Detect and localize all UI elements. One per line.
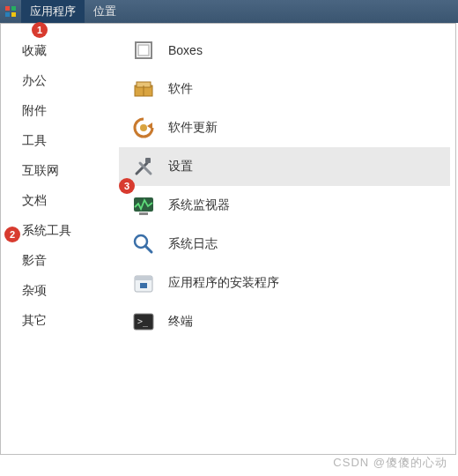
application-list: Boxes 软件 软件更新 设置 系统监视器 bbox=[114, 24, 455, 454]
category-other[interactable]: 其它 bbox=[1, 306, 114, 336]
app-label: 系统日志 bbox=[168, 236, 218, 252]
app-system-monitor[interactable]: 系统监视器 bbox=[119, 186, 450, 225]
app-label: 软件 bbox=[168, 81, 193, 97]
app-settings[interactable]: 设置 bbox=[119, 147, 450, 186]
app-system-log[interactable]: 系统日志 bbox=[119, 225, 450, 264]
category-misc[interactable]: 杂项 bbox=[1, 276, 114, 306]
app-terminal[interactable]: >_ 终端 bbox=[119, 302, 450, 341]
category-favorites[interactable]: 收藏 bbox=[1, 36, 114, 66]
settings-icon bbox=[131, 154, 156, 179]
annotation-badge-1: 1 bbox=[32, 22, 48, 38]
svg-rect-5 bbox=[138, 45, 149, 56]
category-documents[interactable]: 文档 bbox=[1, 186, 114, 216]
app-label: 系统监视器 bbox=[168, 197, 230, 213]
category-internet[interactable]: 互联网 bbox=[1, 156, 114, 186]
app-label: 应用程序的安装程序 bbox=[168, 275, 279, 291]
menubar-places[interactable]: 位置 bbox=[85, 0, 125, 23]
category-tools[interactable]: 工具 bbox=[1, 126, 114, 156]
app-software[interactable]: 软件 bbox=[119, 70, 450, 108]
app-label: Boxes bbox=[168, 43, 203, 57]
software-icon bbox=[131, 77, 156, 101]
applications-menu-panel: 收藏 办公 附件 工具 互联网 文档 系统工具 影音 杂项 其它 Boxes 软… bbox=[0, 23, 456, 455]
category-office[interactable]: 办公 bbox=[1, 66, 114, 96]
svg-rect-20 bbox=[140, 283, 147, 288]
category-multimedia[interactable]: 影音 bbox=[1, 246, 114, 276]
app-boxes[interactable]: Boxes bbox=[119, 31, 450, 70]
software-update-icon bbox=[131, 115, 156, 140]
menubar-applications-label: 应用程序 bbox=[30, 4, 76, 19]
watermark: CSDN @傻傻的心动 bbox=[333, 455, 447, 471]
app-installer[interactable]: 应用程序的安装程序 bbox=[119, 264, 450, 302]
app-label: 软件更新 bbox=[168, 120, 218, 136]
svg-rect-1 bbox=[11, 6, 16, 11]
svg-point-10 bbox=[140, 124, 147, 131]
system-log-icon bbox=[131, 232, 156, 257]
svg-line-17 bbox=[145, 246, 151, 252]
terminal-icon: >_ bbox=[131, 309, 156, 334]
menubar-places-label: 位置 bbox=[93, 4, 116, 19]
svg-rect-2 bbox=[5, 12, 10, 17]
svg-rect-3 bbox=[11, 12, 16, 17]
installer-icon bbox=[131, 271, 156, 295]
svg-text:>_: >_ bbox=[137, 316, 149, 327]
svg-rect-0 bbox=[5, 6, 10, 11]
svg-rect-19 bbox=[135, 276, 152, 280]
menubar: 应用程序 位置 bbox=[0, 0, 458, 23]
annotation-badge-2: 2 bbox=[4, 227, 20, 242]
menubar-applications[interactable]: 应用程序 bbox=[21, 0, 85, 23]
app-label: 设置 bbox=[168, 159, 193, 175]
svg-rect-15 bbox=[139, 212, 148, 215]
svg-rect-13 bbox=[145, 158, 151, 163]
system-monitor-icon bbox=[131, 193, 156, 218]
app-software-update[interactable]: 软件更新 bbox=[119, 108, 450, 147]
annotation-badge-3: 3 bbox=[119, 178, 135, 194]
app-label: 终端 bbox=[168, 314, 193, 330]
start-icon bbox=[4, 4, 18, 19]
svg-marker-9 bbox=[147, 123, 152, 130]
boxes-icon bbox=[131, 38, 156, 63]
category-accessories[interactable]: 附件 bbox=[1, 96, 114, 126]
